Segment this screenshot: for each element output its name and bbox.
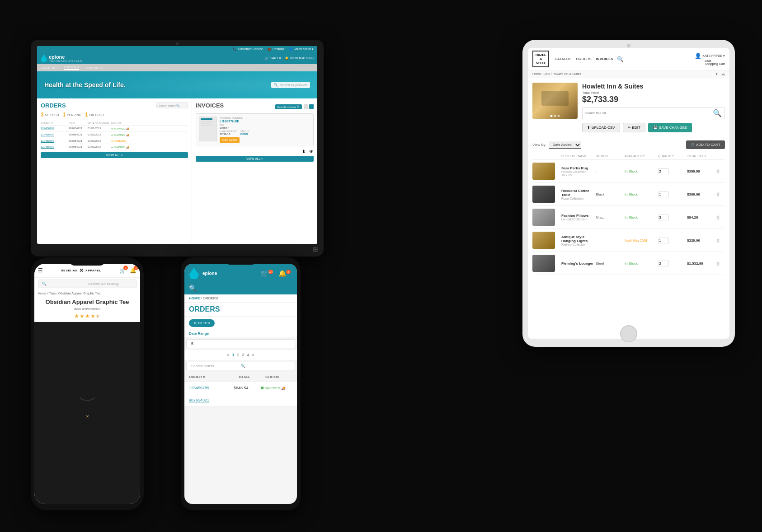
quantity-input[interactable] (658, 261, 669, 266)
quantity-input[interactable] (658, 191, 669, 197)
epione-mobile-filter-row: ⚙ FILTER (184, 317, 297, 330)
customer-service-link[interactable]: 📞 Customer Service (233, 47, 263, 51)
save-changes-button[interactable]: 💾 SAVE CHANGES (648, 123, 692, 132)
prev-page-button[interactable]: < (227, 353, 229, 357)
mobile-cart-area: 🛒 10+ (261, 270, 275, 277)
page-1-button[interactable]: 1 (232, 353, 234, 357)
hazel-table-header: Product Name Option Availability Quantit… (532, 153, 725, 160)
notifications-link[interactable]: 🔔 NOTIFICATIONS (285, 56, 314, 60)
epione-mobile-breadcrumb: HOME / ORDERS (184, 294, 297, 303)
download-icon[interactable]: ⬇ (715, 72, 718, 76)
option-cell: Steel (596, 261, 623, 266)
mobile-bell-icon[interactable]: 🔔 (278, 270, 286, 277)
hazel-right-links: Lists Shopping Cart (705, 59, 725, 65)
tshirt-image: ✕ (67, 391, 108, 436)
epione-mobile-search-orders[interactable]: Search orders 🔍 (186, 362, 295, 370)
add-to-cart-button[interactable]: 🛒 ADD TO CART (686, 140, 725, 149)
hazel-list-search-input[interactable] (585, 112, 711, 115)
download-icon[interactable]: ⬇ (302, 149, 306, 154)
page-3-button[interactable]: 3 (242, 353, 245, 357)
truck-icon: 🚚 (281, 386, 286, 390)
obsidian-product-name: Obsidian Apparel Graphic Tee (34, 297, 140, 307)
hazel-list-search[interactable]: 🔍 (582, 107, 725, 119)
menu-catalog[interactable]: CATALOG (41, 66, 57, 70)
hazel-username[interactable]: KATE PRYDE ▾ (702, 54, 725, 58)
epione-mobile-topbar: epione 🛒 10+ 🔔 5 (184, 264, 297, 283)
hazel-breadcrumb: Home / Lists / Howlett Inn & Suites ⬇ 🖨 (528, 70, 729, 78)
delete-icon[interactable]: 🗑 (716, 238, 725, 243)
hazel-logo: HAZEL&STEEL (532, 51, 549, 67)
hazel-search-icon[interactable]: 🔍 (617, 56, 624, 62)
menu-orders[interactable]: ORDERS (64, 65, 79, 70)
obsidian-product-image: ✕ (34, 322, 140, 504)
view-all-orders-button[interactable]: VIEW ALL > (41, 152, 188, 158)
user-menu[interactable]: 👤 Sarah Smith ▾ (289, 47, 314, 51)
hazel-catalog-link[interactable]: CATALOG (555, 57, 571, 61)
print-icon[interactable]: 🖨 (722, 72, 725, 76)
edit-button[interactable]: ✏ EDIT (623, 123, 645, 132)
order-number[interactable]: 987654321 (189, 398, 234, 402)
order-number[interactable]: 123456789 (189, 386, 234, 390)
table-row: 123456789 987654321 01/01/2017 ● SHIPPED… (41, 126, 188, 132)
star-5-half: ★★ (96, 313, 101, 319)
bell-badge: 1 (134, 266, 138, 270)
ipad-home-button[interactable] (620, 325, 637, 342)
invoice-search[interactable]: Search invoices 🔍 (275, 104, 302, 109)
page-2-button[interactable]: 2 (237, 353, 239, 357)
menu-invoices[interactable]: INVOICES (86, 66, 103, 70)
pay-now-button[interactable]: PAY NOW (220, 137, 240, 143)
table-row: 123456789 987654321 01/01/2017 ● PENDING (41, 138, 188, 144)
tablet-device: 📞 Customer Service 💼 Portfolio 👤 Sarah S… (31, 40, 324, 257)
hazel-shopping-cart-link[interactable]: Shopping Cart (705, 62, 725, 65)
epione-stat-shipped: 3 SHIPPED (41, 112, 59, 118)
hazel-list-image (532, 83, 578, 119)
quantity-input[interactable] (658, 168, 669, 174)
phone-left-screen: ☰ OBSIDIAN ✕ APPAREL 🛒 2 🔔 1 (34, 264, 140, 504)
quantity-input[interactable] (658, 215, 669, 220)
epione-orders-header: ORDERS Search orders 🔍 (41, 102, 188, 109)
delete-icon[interactable]: 🗑 (716, 192, 725, 197)
view-icon[interactable]: 👁 (309, 149, 314, 154)
hamburger-icon[interactable]: ☰ (38, 267, 43, 274)
mobile-cart-icon[interactable]: 🛒 (261, 270, 268, 277)
view-all-invoices-button[interactable]: VIEW ALL > (196, 156, 314, 162)
product-name-cell: Fleming's Lounger (561, 261, 594, 266)
portfolio-link[interactable]: 💼 Portfolio (268, 47, 284, 51)
search-icon: 🔍 (241, 364, 291, 368)
hazel-list-actions: ⬆ UPLOAD CSV ✏ EDIT 💾 SAVE CHANGES (582, 123, 725, 132)
epione-mobile-table-header: ORDER # TOTAL STATUS (184, 372, 297, 382)
obsidian-search-bar[interactable]: 🔍 Search our catalog (38, 280, 136, 288)
dot-1[interactable] (550, 115, 553, 117)
epione-orders-search[interactable]: Search orders 🔍 (156, 103, 188, 108)
hazel-view-by-select[interactable]: Date Added (549, 141, 581, 149)
hazel-list-header: Howlett Inn & Suites Total Price $2,733.… (532, 83, 725, 136)
hazel-lists-link[interactable]: Lists (705, 59, 725, 62)
upload-csv-button[interactable]: ⬆ UPLOAD CSV (582, 123, 620, 132)
filter-button[interactable]: ⚙ FILTER (189, 319, 215, 327)
hazel-invoices-link[interactable]: INVOICES (596, 57, 613, 61)
availability-cell: Avail. May 2018 (625, 239, 656, 242)
hazel-view-by-label: View By (532, 143, 546, 147)
mobile-search-icon[interactable]: 🔍 (189, 285, 197, 292)
invoice-doc-info: INVOICE NUMBER LN-9377k-DE PO# 305547 (220, 117, 249, 143)
phone-right-bezel: epione 🛒 10+ 🔔 5 🔍 (181, 257, 301, 510)
cart-link[interactable]: 🛒 CART 0 (265, 56, 281, 60)
delete-icon[interactable]: 🗑 (716, 261, 725, 266)
grid-view-icon[interactable] (309, 104, 314, 109)
search-icon: 🔍 (713, 109, 722, 117)
epione-hero-text: Health at the Speed of Life. (37, 81, 126, 89)
quantity-input[interactable] (658, 238, 669, 243)
obsidian-logo: OBSIDIAN ✕ APPAREL (46, 267, 117, 274)
epione-hero-search[interactable]: 🔍 Search for products (271, 82, 310, 88)
hazel-orders-link[interactable]: ORDERS (576, 57, 591, 61)
delete-icon[interactable]: 🗑 (716, 215, 725, 220)
dot-2[interactable] (554, 115, 556, 117)
page-4-button[interactable]: 4 (247, 353, 249, 357)
delete-icon[interactable]: 🗑 (716, 169, 725, 174)
epione-mobile-date-input[interactable]: 5 (186, 339, 295, 348)
list-view-icon[interactable] (304, 104, 308, 109)
breadcrumb-home[interactable]: HOME (189, 296, 200, 300)
hero-search-placeholder: Search for products (280, 84, 307, 87)
next-page-button[interactable]: > (252, 353, 254, 357)
dot-3[interactable] (558, 115, 560, 117)
